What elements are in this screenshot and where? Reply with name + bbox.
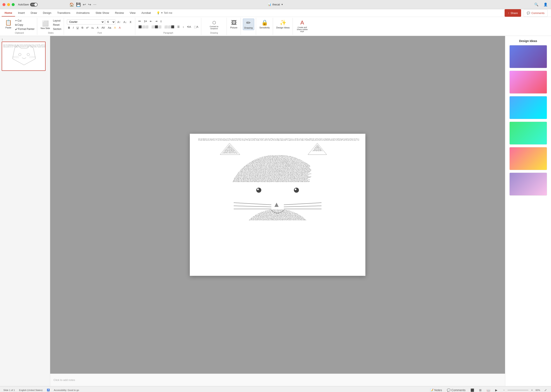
slide-canvas[interactable]: Alice was beginning to get very tired of… — [190, 134, 365, 276]
tab-animations[interactable]: Animations — [73, 10, 93, 16]
reading-view-button[interactable]: 📖 — [486, 388, 491, 392]
font-family-select[interactable]: Courier — [67, 20, 105, 24]
slide-thumbnail-container[interactable]: 1 Alice was beginning to get very tired … — [2, 38, 48, 71]
normal-view-button[interactable]: ⬛ — [470, 388, 475, 392]
underline-button[interactable]: U — [76, 25, 79, 30]
picture-button[interactable]: 🖼 Picture — [229, 19, 239, 30]
paste-button[interactable]: 📋 Paste — [3, 19, 13, 31]
sensitivity-button[interactable]: 🔒 Sensitivity — [258, 19, 271, 30]
zoom-slider[interactable] — [508, 390, 529, 391]
font-size-select[interactable]: 6 — [105, 20, 115, 24]
clear-format-button[interactable]: Ⅹ — [128, 20, 133, 24]
new-slide-button[interactable]: ⬜ New Slide — [39, 20, 51, 30]
tab-design[interactable]: Design — [40, 10, 54, 16]
decrease-font-size-button[interactable]: A↓ — [122, 20, 128, 24]
tab-home[interactable]: Home — [2, 10, 15, 16]
design-ideas-button[interactable]: ✨ Design Ideas — [275, 19, 291, 30]
share-button[interactable]: ↑ Share — [505, 9, 521, 17]
notes-area[interactable]: Click to add notes — [50, 374, 505, 386]
strikethrough-button[interactable]: S — [80, 25, 85, 30]
tab-draw[interactable]: Draw — [28, 10, 40, 16]
design-idea-card-4[interactable] — [509, 122, 547, 145]
comments-label: Comments — [531, 12, 544, 15]
text-direction-button[interactable]: ⟲A — [186, 24, 192, 29]
drawing-button[interactable]: ✏ Drawing — [243, 19, 254, 30]
main-cat-svg: Alice was beginning to get very tired of… — [196, 138, 359, 272]
people-icon[interactable]: 👤 — [543, 2, 549, 7]
tab-acrobat[interactable]: Acrobat — [139, 10, 154, 16]
tab-transitions[interactable]: Transitions — [54, 10, 73, 16]
bold-button[interactable]: B — [67, 25, 71, 30]
reset-button[interactable]: Reset — [52, 23, 62, 27]
slide-sorter-button[interactable]: ⊞ — [478, 388, 482, 392]
redo-icon[interactable]: ↪ — [88, 2, 91, 7]
justify-button[interactable]: ☰ — [176, 24, 181, 29]
dropdown-icon[interactable]: ▼ — [281, 3, 283, 6]
tab-view[interactable]: View — [127, 10, 139, 16]
search-icon[interactable]: 🔍 — [533, 2, 539, 7]
bullets-button[interactable]: ≡• — [137, 19, 142, 24]
notes-status-button[interactable]: 📝 Notes — [429, 388, 443, 392]
text-box-button[interactable]: ⬚A — [193, 24, 199, 29]
file-icon: 📊 — [268, 3, 271, 6]
convert-smartart-button[interactable]: ⬡ Convert to SmartArt — [208, 19, 220, 30]
tab-insert[interactable]: Insert — [15, 10, 28, 16]
format-painter-icon: 🖌 — [15, 28, 18, 30]
close-button[interactable] — [2, 3, 6, 6]
text-shadow-button[interactable]: A — [96, 25, 100, 30]
align-right-button[interactable]: ⬜⬜⬛ — [163, 24, 175, 29]
design-idea-card-2[interactable] — [509, 71, 547, 94]
increase-font-size-button[interactable]: A↑ — [116, 20, 121, 24]
superscript-button[interactable]: x² — [85, 25, 90, 30]
align-left-button[interactable]: ⬛⬜⬜ — [137, 24, 149, 29]
more-icon[interactable]: ··· — [93, 2, 96, 7]
adobe-label: Create and Share Adobe PDF — [296, 26, 308, 33]
decrease-indent-button[interactable]: ⇤ — [149, 19, 153, 24]
maximize-button[interactable] — [12, 3, 15, 6]
zoom-out-button[interactable]: － — [502, 388, 506, 392]
home-icon[interactable]: 🏠 — [69, 2, 74, 7]
tab-slideshow[interactable]: Slide Show — [93, 10, 112, 16]
font-group: Courier 6 A↑ A↓ Ⅹ B I U S x² x₂ A — [64, 18, 135, 35]
zoom-in-button[interactable]: ＋ — [530, 388, 534, 392]
sensitivity-label: Sensitivity — [259, 26, 270, 29]
comments-button[interactable]: 💬 Comments — [524, 9, 548, 17]
numbering-button[interactable]: 1≡ — [143, 19, 148, 24]
increase-indent-button[interactable]: ⇥ — [154, 19, 158, 24]
line-spacing-button[interactable]: ↕ — [182, 24, 185, 29]
cut-button[interactable]: ✂ Cut — [14, 19, 35, 22]
comments-status-label: Comments — [451, 388, 466, 392]
save-icon[interactable]: 💾 — [76, 2, 81, 7]
comments-status-button[interactable]: 💬 Comments — [446, 388, 466, 392]
char-spacing-button[interactable]: AV — [100, 25, 106, 30]
subscript-button[interactable]: x₂ — [90, 25, 95, 30]
italic-button[interactable]: I — [72, 25, 75, 30]
design-idea-card-1[interactable] — [509, 45, 547, 68]
design-idea-card-6[interactable] — [509, 173, 547, 196]
highlight-button[interactable]: A — [113, 25, 117, 30]
slideshow-view-button[interactable]: ▶ — [494, 388, 498, 392]
window-controls[interactable] — [2, 3, 15, 6]
design-idea-card-3[interactable] — [509, 96, 547, 119]
columns-button[interactable]: ⫿ — [159, 19, 163, 24]
change-case-button[interactable]: Aa — [107, 25, 112, 30]
copy-button[interactable]: ⧉ Copy — [14, 23, 35, 27]
autosave-toggle[interactable]: ON — [30, 3, 38, 7]
section-button[interactable]: Section — [52, 27, 62, 31]
create-pdf-button[interactable]: A Create and Share Adobe PDF — [295, 19, 310, 34]
align-center-button[interactable]: ⬜⬛⬜ — [150, 24, 162, 29]
design-idea-card-5[interactable] — [509, 147, 547, 170]
layout-button[interactable]: Layout — [52, 19, 62, 22]
minimize-button[interactable] — [7, 3, 10, 6]
title-bar: AutoSave ON 🏠 💾 ↩ ↪ ··· 📊 thecat ▼ 🔍 👤 — [0, 0, 551, 9]
fit-window-button[interactable]: ⤢ — [544, 388, 548, 392]
tell-me-label: ✦ Tell me — [161, 11, 172, 14]
tab-review[interactable]: Review — [112, 10, 127, 16]
slide-thumbnail[interactable]: Alice was beginning to get very tired of… — [2, 42, 46, 71]
undo-icon[interactable]: ↩ — [83, 2, 86, 7]
font-color-button[interactable]: A — [118, 25, 122, 30]
format-painter-button[interactable]: 🖌 Format Painter — [14, 27, 35, 31]
tab-tell-me[interactable]: 💡 ✦ Tell me — [154, 10, 175, 16]
ribbon-tabs: Home Insert Draw Design Transitions Anim… — [0, 9, 551, 17]
font-label: Font — [98, 32, 102, 34]
